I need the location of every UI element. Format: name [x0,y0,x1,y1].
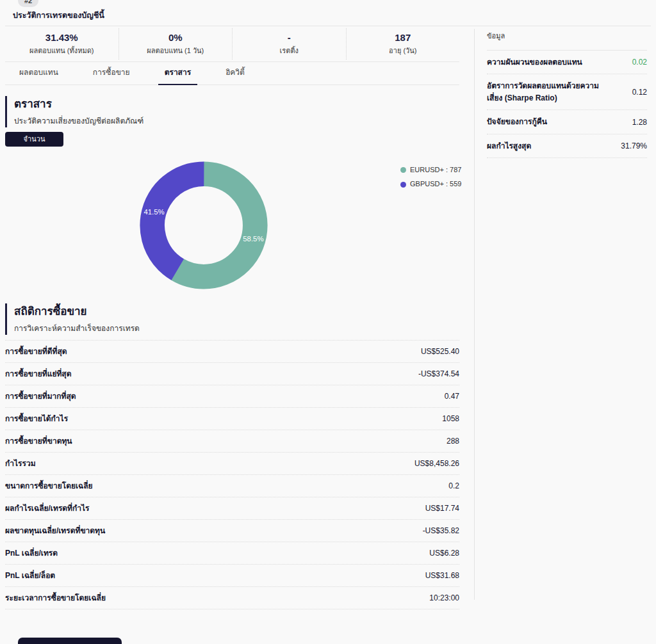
table-row-value: US$6.28 [429,549,459,558]
stat-rating: -เรตติ้ง [232,28,346,60]
tab-returns[interactable]: ผลตอบแทน [13,61,65,85]
table-row-avg-pnl-per-lot: PnL เฉลี่ย/ล็อตUS$31.68 [5,565,459,587]
table-row-value: -US$374.54 [418,369,459,378]
table-row-value: 10:23:00 [429,593,459,602]
legend-color-dot [400,182,406,188]
table-row-total-profit: กำไรรวมUS$8,458.26 [5,453,459,475]
info-row-sharpe-ratio: อัตราการวัดผลตอบแทนด้วยความเสี่ยง (Sharp… [487,74,647,110]
table-row-avg-loss-per-losing-trade: ผลขาดทุนเฉลี่ย/เทรดที่ขาดทุน-US$35.82 [5,520,459,542]
info-label: ปัจจัยของการกู้คืน [487,116,547,128]
table-row-label: การซื้อขายได้กำไร [5,413,68,424]
table-row-label: PnL เฉลี่ย/ล็อต [5,570,55,581]
info-value: 31.79% [621,141,647,150]
table-row-label: ผลขาดทุนเฉลี่ย/เทรดที่ขาดทุน [5,525,105,536]
table-row-worst-trade: การซื้อขายที่แย่ที่สุด-US$374.54 [5,363,459,385]
stat-label: อายุ (วัน) [347,45,460,57]
table-row-label: ระยะเวลาการซื้อขายโดยเฉลี่ย [5,592,106,604]
table-row-label: การซื้อขายที่ขาดทุน [5,435,72,447]
stat-value: - [233,31,346,44]
trade-stats-title: สถิติการซื้อขาย [14,303,140,320]
table-row-avg-profit-per-winning-trade: ผลกำไรเฉลี่ย/เทรดที่กำไรUS$17.74 [5,497,459,520]
instruments-section-header: ตราสาร ประวัติความเสี่ยงของบัญชีต่อผลิตภ… [5,96,144,127]
tab-equity[interactable]: อิควิตี้ [219,61,251,85]
page-title: ประวัติการเทรดของบัญชีนี้ [13,9,104,22]
chart-legend: EURUSD+ : 787GBPUSD+ : 559 [400,165,461,194]
info-row-volatility: ความผันผวนของผลตอบแทน0.02 [487,51,647,75]
instruments-section-subtitle: ประวัติความเสี่ยงของบัญชีต่อผลิตภัณฑ์ [14,115,144,127]
table-row-value: 1058 [442,414,459,423]
table-row-avg-trade-duration: ระยะเวลาการซื้อขายโดยเฉลี่ย10:23:00 [5,587,459,609]
info-label: อัตราการวัดผลตอบแทนด้วยความเสี่ยง (Sharp… [487,80,601,104]
info-label: ความผันผวนของผลตอบแทน [487,56,582,68]
stat-value: 31.43% [5,31,119,44]
legend-label: EURUSD+ : 787 [410,165,461,175]
account-number-badge: #2 [18,0,38,7]
donut-percent-label: 58.5% [243,235,263,243]
stat-age-days: 187อายุ (วัน) [346,28,460,60]
table-row-label: ขนาดการซื้อขายโดยเฉลี่ย [5,480,93,492]
legend-item: EURUSD+ : 787 [400,165,461,175]
trade-stats-section-header: สถิติการซื้อขาย การวิเคราะห์ความสำเร็จขอ… [5,303,140,335]
stat-value: 0% [119,31,233,44]
info-panel-rows: ความผันผวนของผลตอบแทน0.02อัตราการวัดผลตอ… [487,51,647,159]
table-row-label: กำไรรวม [5,458,36,469]
donut-chart-svg: 58.5%41.5% [134,156,274,295]
instruments-donut-chart: 58.5%41.5% [134,156,274,295]
info-value: 0.02 [632,58,647,67]
info-row-recovery-factor: ปัจจัยของการกู้คืน1.28 [487,110,647,134]
table-row-label: การซื้อขายที่มากที่สุด [5,390,76,402]
table-row-losing-trades: การซื้อขายที่ขาดทุน288 [5,430,459,453]
tab-bar: ผลตอบแทนการซื้อขายตราสารอิควิตี้ [5,61,459,85]
table-row-avg-trade-size: ขนาดการซื้อขายโดยเฉลี่ย0.2 [5,475,459,497]
table-row-largest-trade: การซื้อขายที่มากที่สุด0.47 [5,385,459,408]
info-panel-title: ข้อมูล [487,31,647,51]
trade-stats-subtitle: การวิเคราะห์ความสำเร็จของการเทรด [14,322,140,335]
table-row-value: US$8,458.26 [414,459,459,468]
table-row-best-trade: การซื้อขายที่ดีที่สุดUS$525.40 [5,341,459,363]
legend-item: GBPUSD+ : 559 [400,179,461,189]
trade-stats-table: การซื้อขายที่ดีที่สุดUS$525.40การซื้อขาย… [5,340,459,609]
table-row-value: US$31.68 [425,571,459,580]
table-row-avg-pnl-per-trade: PnL เฉลี่ย/เทรดUS$6.28 [5,542,459,565]
stat-return-total: 31.43%ผลตอบแทน (ทั้งหมด) [5,28,119,60]
stat-label: ผลตอบแทน (ทั้งหมด) [5,45,119,57]
table-row-label: ผลกำไรเฉลี่ย/เทรดที่กำไร [5,503,90,514]
table-row-value: 288 [447,437,459,446]
stat-label: ผลตอบแทน (1 วัน) [119,45,233,57]
tab-trading[interactable]: การซื้อขาย [86,61,136,85]
donut-percent-label: 41.5% [144,208,164,216]
info-value: 0.12 [632,88,647,97]
clipped-button-bottom[interactable] [18,638,122,644]
stat-label: เรตติ้ง [233,45,346,57]
instruments-section-title: ตราสาร [14,96,144,113]
main-sidebar-divider [474,29,475,600]
table-row-label: PnL เฉลี่ย/เทรด [5,547,58,559]
legend-label: GBPUSD+ : 559 [410,179,461,189]
summary-stats-row: 31.43%ผลตอบแทน (ทั้งหมด)0%ผลตอบแทน (1 วั… [5,26,459,62]
info-row-max-profit: ผลกำไรสูงสุด31.79% [487,134,647,159]
table-row-value: -US$35.82 [423,526,459,535]
table-row-value: US$525.40 [421,347,459,356]
table-row-value: US$17.74 [425,504,459,513]
table-row-value: 0.47 [445,392,459,401]
tab-instruments[interactable]: ตราสาร [158,61,197,85]
legend-color-dot [400,167,406,173]
amount-toggle-button[interactable]: จำนวน [5,132,63,147]
table-row-label: การซื้อขายที่แย่ที่สุด [5,368,71,380]
info-label: ผลกำไรสูงสุด [487,140,531,152]
stat-return-1day: 0%ผลตอบแทน (1 วัน) [119,28,233,60]
stat-value: 187 [347,31,460,44]
info-panel: ข้อมูล ความผันผวนของผลตอบแทน0.02อัตราการ… [487,31,647,158]
table-row-profitable-trades: การซื้อขายได้กำไร1058 [5,408,459,430]
info-value: 1.28 [632,118,647,127]
table-row-value: 0.2 [448,481,459,490]
table-row-label: การซื้อขายที่ดีที่สุด [5,346,67,357]
account-history-page: #2 ประวัติการเทรดของบัญชีนี้ 31.43%ผลตอบ… [0,0,656,644]
